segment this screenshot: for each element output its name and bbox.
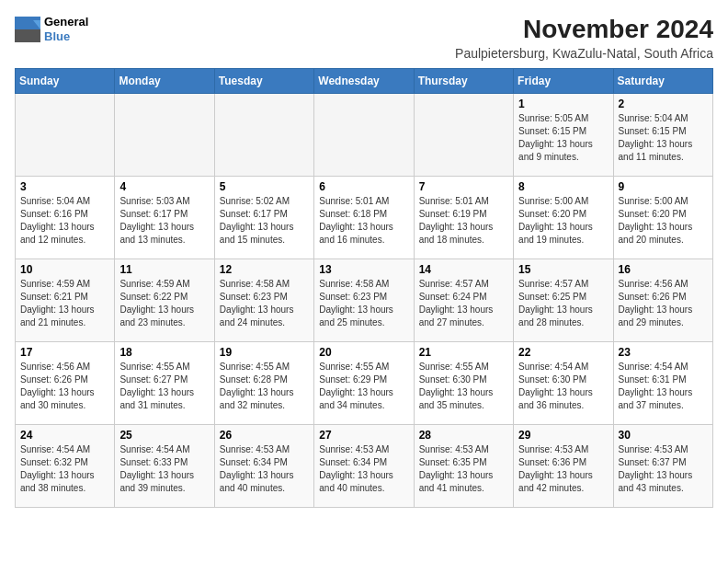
header-friday: Friday [514,69,613,94]
day-number: 6 [319,180,408,193]
day-detail: Sunrise: 4:54 AM Sunset: 6:31 PM Dayligh… [619,361,708,412]
day-cell: 27Sunrise: 4:53 AM Sunset: 6:34 PM Dayli… [314,425,414,508]
day-cell: 9Sunrise: 5:00 AM Sunset: 6:20 PM Daylig… [613,177,712,259]
day-number: 9 [619,180,708,193]
day-detail: Sunrise: 4:56 AM Sunset: 6:26 PM Dayligh… [20,361,109,412]
day-cell: 30Sunrise: 4:53 AM Sunset: 6:37 PM Dayli… [613,425,712,508]
day-cell: 28Sunrise: 4:53 AM Sunset: 6:35 PM Dayli… [414,425,513,508]
day-detail: Sunrise: 4:53 AM Sunset: 6:37 PM Dayligh… [619,443,708,495]
day-number: 24 [20,429,109,442]
day-number: 2 [619,98,708,110]
calendar: SundayMondayTuesdayWednesdayThursdayFrid… [15,68,713,508]
day-cell [115,94,214,177]
day-detail: Sunrise: 4:57 AM Sunset: 6:24 PM Dayligh… [419,278,508,329]
day-cell: 21Sunrise: 4:55 AM Sunset: 6:30 PM Dayli… [414,342,513,425]
header-wednesday: Wednesday [314,69,414,94]
logo-blue: Blue [44,29,88,44]
day-cell: 23Sunrise: 4:54 AM Sunset: 6:31 PM Dayli… [613,342,712,425]
day-number: 26 [220,429,309,442]
day-number: 21 [419,346,508,359]
day-cell: 29Sunrise: 4:53 AM Sunset: 6:36 PM Dayli… [514,425,613,508]
day-cell [16,94,115,177]
day-number: 4 [119,180,209,193]
day-number: 29 [518,429,608,442]
header-saturday: Saturday [613,69,712,94]
logo-general: General [44,15,88,29]
day-detail: Sunrise: 5:04 AM Sunset: 6:16 PM Dayligh… [20,195,109,247]
day-cell: 18Sunrise: 4:55 AM Sunset: 6:27 PM Dayli… [115,342,214,425]
day-number: 14 [419,263,508,276]
day-number: 23 [619,346,708,359]
day-detail: Sunrise: 4:59 AM Sunset: 6:22 PM Dayligh… [119,278,209,329]
header: General Blue November 2024 Paulpietersbu… [15,15,713,61]
main-title: November 2024 [455,15,713,44]
day-detail: Sunrise: 5:00 AM Sunset: 6:20 PM Dayligh… [619,195,708,247]
day-number: 18 [119,346,209,359]
day-detail: Sunrise: 4:55 AM Sunset: 6:29 PM Dayligh… [319,361,408,412]
day-cell: 7Sunrise: 5:01 AM Sunset: 6:19 PM Daylig… [414,177,513,259]
day-cell: 16Sunrise: 4:56 AM Sunset: 6:26 PM Dayli… [613,259,712,342]
calendar-header: SundayMondayTuesdayWednesdayThursdayFrid… [16,69,713,94]
day-number: 20 [319,346,408,359]
day-number: 27 [319,429,408,442]
day-number: 5 [220,180,309,193]
day-number: 8 [518,180,608,193]
day-number: 16 [619,263,708,276]
subtitle: Paulpietersburg, KwaZulu-Natal, South Af… [455,46,713,61]
week-row-0: 1Sunrise: 5:05 AM Sunset: 6:15 PM Daylig… [16,94,713,177]
header-tuesday: Tuesday [214,69,313,94]
day-detail: Sunrise: 4:55 AM Sunset: 6:27 PM Dayligh… [119,361,209,412]
day-detail: Sunrise: 5:05 AM Sunset: 6:15 PM Dayligh… [518,112,608,164]
day-detail: Sunrise: 4:53 AM Sunset: 6:35 PM Dayligh… [419,443,508,495]
day-detail: Sunrise: 4:59 AM Sunset: 6:21 PM Dayligh… [20,278,109,329]
day-detail: Sunrise: 4:54 AM Sunset: 6:33 PM Dayligh… [119,443,209,495]
day-cell: 8Sunrise: 5:00 AM Sunset: 6:20 PM Daylig… [514,177,613,259]
page-wrapper: General Blue November 2024 Paulpietersbu… [15,15,713,508]
day-cell: 6Sunrise: 5:01 AM Sunset: 6:18 PM Daylig… [314,177,414,259]
day-number: 30 [619,429,708,442]
week-row-3: 17Sunrise: 4:56 AM Sunset: 6:26 PM Dayli… [16,342,713,425]
title-section: November 2024 Paulpietersburg, KwaZulu-N… [455,15,713,61]
header-monday: Monday [115,69,214,94]
day-number: 11 [119,263,209,276]
header-row: SundayMondayTuesdayWednesdayThursdayFrid… [16,69,713,94]
day-cell: 25Sunrise: 4:54 AM Sunset: 6:33 PM Dayli… [115,425,214,508]
day-cell: 2Sunrise: 5:04 AM Sunset: 6:15 PM Daylig… [613,94,712,177]
day-detail: Sunrise: 5:00 AM Sunset: 6:20 PM Dayligh… [518,195,608,247]
day-number: 7 [419,180,508,193]
day-cell: 20Sunrise: 4:55 AM Sunset: 6:29 PM Dayli… [314,342,414,425]
day-detail: Sunrise: 5:01 AM Sunset: 6:18 PM Dayligh… [319,195,408,247]
day-cell [214,94,313,177]
svg-rect-1 [15,29,40,42]
day-detail: Sunrise: 5:02 AM Sunset: 6:17 PM Dayligh… [220,195,309,247]
calendar-body: 1Sunrise: 5:05 AM Sunset: 6:15 PM Daylig… [16,94,713,508]
day-cell: 13Sunrise: 4:58 AM Sunset: 6:23 PM Dayli… [314,259,414,342]
day-cell: 17Sunrise: 4:56 AM Sunset: 6:26 PM Dayli… [16,342,115,425]
day-detail: Sunrise: 4:53 AM Sunset: 6:34 PM Dayligh… [319,443,408,495]
day-cell: 1Sunrise: 5:05 AM Sunset: 6:15 PM Daylig… [514,94,613,177]
day-detail: Sunrise: 4:58 AM Sunset: 6:23 PM Dayligh… [319,278,408,329]
day-detail: Sunrise: 4:54 AM Sunset: 6:32 PM Dayligh… [20,443,109,495]
day-number: 1 [518,98,608,110]
day-detail: Sunrise: 4:55 AM Sunset: 6:28 PM Dayligh… [220,361,309,412]
day-detail: Sunrise: 5:03 AM Sunset: 6:17 PM Dayligh… [119,195,209,247]
day-cell: 4Sunrise: 5:03 AM Sunset: 6:17 PM Daylig… [115,177,214,259]
day-detail: Sunrise: 4:57 AM Sunset: 6:25 PM Dayligh… [518,278,608,329]
day-cell: 26Sunrise: 4:53 AM Sunset: 6:34 PM Dayli… [214,425,313,508]
day-cell: 14Sunrise: 4:57 AM Sunset: 6:24 PM Dayli… [414,259,513,342]
week-row-2: 10Sunrise: 4:59 AM Sunset: 6:21 PM Dayli… [16,259,713,342]
day-detail: Sunrise: 5:01 AM Sunset: 6:19 PM Dayligh… [419,195,508,247]
logo-text: General Blue [44,15,88,43]
day-cell [314,94,414,177]
day-cell: 24Sunrise: 4:54 AM Sunset: 6:32 PM Dayli… [16,425,115,508]
day-cell: 19Sunrise: 4:55 AM Sunset: 6:28 PM Dayli… [214,342,313,425]
day-cell: 5Sunrise: 5:02 AM Sunset: 6:17 PM Daylig… [214,177,313,259]
day-cell: 10Sunrise: 4:59 AM Sunset: 6:21 PM Dayli… [16,259,115,342]
day-detail: Sunrise: 4:53 AM Sunset: 6:34 PM Dayligh… [220,443,309,495]
day-number: 22 [518,346,608,359]
day-detail: Sunrise: 4:54 AM Sunset: 6:30 PM Dayligh… [518,361,608,412]
day-number: 25 [119,429,209,442]
day-number: 12 [220,263,309,276]
day-detail: Sunrise: 4:58 AM Sunset: 6:23 PM Dayligh… [220,278,309,329]
week-row-4: 24Sunrise: 4:54 AM Sunset: 6:32 PM Dayli… [16,425,713,508]
